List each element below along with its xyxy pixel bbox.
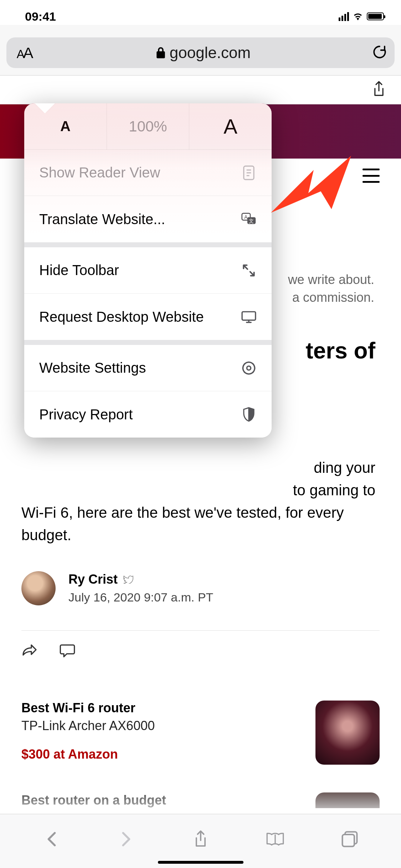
svg-rect-10 bbox=[242, 312, 256, 320]
translate-item[interactable]: Translate Website... A文 bbox=[24, 196, 272, 242]
share-button[interactable] bbox=[191, 830, 210, 848]
reload-icon bbox=[372, 45, 387, 60]
status-indicators bbox=[339, 12, 390, 21]
cellular-icon bbox=[339, 12, 349, 21]
svg-point-11 bbox=[243, 362, 255, 374]
url-display[interactable]: google.com bbox=[42, 44, 365, 62]
divider bbox=[21, 630, 380, 631]
zoom-out-button[interactable]: A bbox=[24, 103, 107, 150]
product-card-2[interactable]: Best router on a budget bbox=[21, 765, 380, 808]
browser-toolbar bbox=[0, 814, 401, 868]
product-price[interactable]: $300 at Amazon bbox=[21, 733, 155, 762]
reader-view-item: Show Reader View bbox=[24, 150, 272, 196]
address-bar[interactable]: AA google.com bbox=[6, 37, 395, 68]
zoom-in-button[interactable]: A bbox=[189, 103, 272, 150]
desktop-icon bbox=[241, 309, 257, 325]
website-settings-item[interactable]: Website Settings bbox=[24, 345, 272, 391]
twitter-icon[interactable] bbox=[123, 575, 133, 584]
reload-button[interactable] bbox=[365, 45, 395, 61]
comment-icon[interactable] bbox=[59, 643, 76, 658]
zoom-level[interactable]: 100% bbox=[107, 103, 190, 150]
domain-text: google.com bbox=[170, 44, 251, 62]
reader-icon bbox=[241, 165, 257, 181]
text-size-popover: A 100% A Show Reader View Translate Webs… bbox=[24, 103, 272, 438]
svg-text:A: A bbox=[244, 215, 248, 220]
product-title: Best Wi-Fi 6 router bbox=[21, 701, 155, 715]
desktop-site-item[interactable]: Request Desktop Website bbox=[24, 294, 272, 340]
byline: Ry Crist July 16, 2020 9:07 a.m. PT bbox=[21, 546, 380, 623]
svg-text:文: 文 bbox=[249, 218, 254, 224]
expand-icon bbox=[241, 263, 257, 278]
shield-icon bbox=[241, 407, 257, 422]
product-card-1[interactable]: Best Wi-Fi 6 router TP-Link Archer AX600… bbox=[21, 658, 380, 765]
product-title: Best router on a budget bbox=[21, 793, 166, 808]
browser-chrome: AA google.com bbox=[0, 25, 401, 75]
translate-icon: A文 bbox=[241, 211, 257, 227]
svg-rect-1 bbox=[342, 835, 354, 846]
page-toolbar bbox=[0, 75, 401, 104]
screen: 09:41 AA google.com we write about. bbox=[0, 0, 401, 868]
menu-button[interactable] bbox=[363, 169, 380, 183]
status-time: 09:41 bbox=[11, 10, 56, 24]
article-actions bbox=[21, 641, 380, 658]
wifi-icon bbox=[353, 12, 363, 20]
publish-date: July 16, 2020 9:07 a.m. PT bbox=[68, 587, 213, 604]
svg-point-12 bbox=[247, 366, 251, 370]
hide-toolbar-item[interactable]: Hide Toolbar bbox=[24, 247, 272, 294]
forward-button[interactable] bbox=[117, 830, 135, 848]
share-arrow-icon[interactable] bbox=[21, 643, 38, 658]
product-name: TP-Link Archer AX6000 bbox=[21, 715, 155, 733]
privacy-report-item[interactable]: Privacy Report bbox=[24, 391, 272, 438]
bookmarks-button[interactable] bbox=[266, 830, 284, 848]
tabs-button[interactable] bbox=[340, 830, 359, 848]
product-thumbnail bbox=[315, 792, 380, 808]
share-icon[interactable] bbox=[372, 81, 386, 98]
author-name[interactable]: Ry Crist bbox=[68, 572, 133, 587]
status-bar: 09:41 bbox=[0, 0, 401, 25]
back-button[interactable] bbox=[42, 830, 61, 848]
home-indicator[interactable] bbox=[158, 861, 243, 864]
avatar bbox=[21, 571, 56, 605]
lock-icon bbox=[156, 47, 165, 59]
battery-icon bbox=[367, 12, 384, 20]
gear-icon bbox=[241, 360, 257, 376]
text-size-button[interactable]: AA bbox=[6, 44, 42, 62]
product-thumbnail bbox=[315, 701, 380, 765]
